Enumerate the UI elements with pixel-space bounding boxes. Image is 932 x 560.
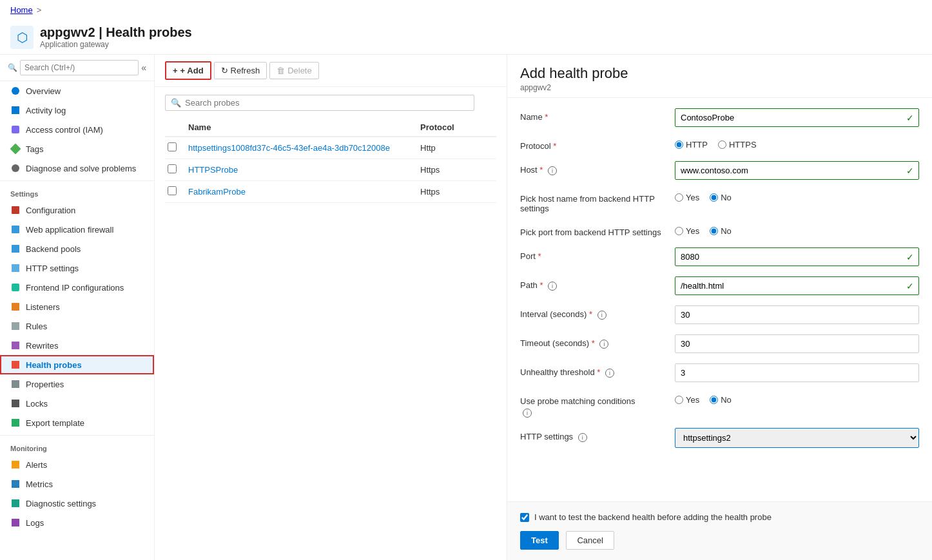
pick-host-no-radio[interactable] [710,193,718,202]
timeout-info-icon: i [599,340,608,349]
sidebar-item-diagnostic-settings[interactable]: Diagnostic settings [0,494,154,513]
sidebar-item-frontend-ip[interactable]: Frontend IP configurations [0,278,154,297]
timeout-input[interactable] [675,334,919,353]
sidebar-item-diagnose[interactable]: Diagnose and solve problems [0,159,154,178]
sidebar-item-rules[interactable]: Rules [0,316,154,336]
protocol-http-radio[interactable] [675,140,683,149]
timeout-field-control [675,334,919,353]
sidebar-item-health-probes[interactable]: Health probes [0,355,154,374]
col-extra [495,122,500,132]
sidebar-item-metrics[interactable]: Metrics [0,474,154,494]
footer-buttons: Test Cancel [520,531,919,550]
sidebar-collapse-button[interactable]: « [141,63,146,73]
probe-matching-yes-radio[interactable] [675,396,683,404]
sidebar-item-label: Properties [26,380,64,389]
probe-name-link[interactable]: httpsettings1008fd37c-46c5-43ef-ae4a-3db… [188,143,390,153]
probe-matching-no-radio[interactable] [710,396,718,404]
protocol-http-label[interactable]: HTTP [675,140,708,150]
locks-icon [10,398,21,409]
interval-info-icon: i [597,311,607,320]
sidebar-item-overview[interactable]: Overview [0,81,154,101]
sidebar-item-access-control[interactable]: Access control (IAM) [0,120,154,139]
delete-icon: 🗑 [277,66,285,75]
unhealthy-field-label: Unhealthy threshold * i [520,363,675,378]
protocol-https-radio[interactable] [718,140,726,149]
sidebar-item-logs[interactable]: Logs [0,513,154,532]
protocol-https-label[interactable]: HTTPS [718,140,757,150]
delete-button[interactable]: 🗑 Delete [269,62,319,79]
probe-matching-yes-label[interactable]: Yes [675,395,699,405]
sidebar-item-properties[interactable]: Properties [0,374,154,394]
sidebar-item-http-settings[interactable]: HTTP settings [0,258,154,278]
sidebar-search-wrap: 🔍 « [0,55,154,81]
protocol-http-text: HTTP [686,140,708,150]
sidebar-item-label: Overview [26,86,61,96]
row-select-checkbox[interactable] [168,164,177,173]
sidebar-item-locks[interactable]: Locks [0,394,154,413]
form-row-unhealthy: Unhealthy threshold * i [520,363,919,382]
interval-field-control [675,305,919,324]
probe-name-link[interactable]: FabrikamProbe [188,187,246,197]
sidebar-item-label: Diagnose and solve problems [26,164,136,173]
pick-port-yes-radio[interactable] [675,227,683,235]
access-control-icon [10,124,21,135]
add-button[interactable]: + + Add [165,61,211,80]
content-area: + + Add ↻ Refresh 🗑 Delete 🔍 Name Pr [155,55,507,560]
test-button[interactable]: Test [520,531,559,550]
pick-host-label: Pick host name from backend HTTP setting… [520,190,675,213]
test-checkbox[interactable] [520,513,529,522]
interval-field-label: Interval (seconds) * i [520,305,675,320]
rules-icon [10,321,21,331]
pick-host-no-label[interactable]: No [710,193,732,202]
health-probes-icon [10,360,21,370]
pick-port-yes-label[interactable]: Yes [675,226,699,236]
cancel-button[interactable]: Cancel [566,531,614,550]
form-row-protocol: Protocol * HTTP HTTPS [520,137,919,151]
row-select-checkbox[interactable] [168,142,177,151]
port-input[interactable] [675,247,919,266]
row-checkbox[interactable] [165,186,186,197]
pick-port-no-radio[interactable] [710,227,718,235]
sidebar-item-configuration[interactable]: Configuration [0,200,154,220]
diagnose-icon [10,163,21,173]
row-checkbox[interactable] [165,164,186,175]
alerts-icon [10,459,21,470]
interval-input[interactable] [675,305,919,324]
table-search-input[interactable] [185,98,469,108]
probe-matching-yes-text: Yes [686,395,699,405]
pick-host-yes-label[interactable]: Yes [675,193,699,202]
pick-host-yes-radio[interactable] [675,193,683,202]
breadcrumb-home[interactable]: Home [10,5,33,15]
sidebar-item-rewrites[interactable]: Rewrites [0,336,154,355]
name-input[interactable] [675,108,919,127]
sidebar-item-listeners[interactable]: Listeners [0,297,154,316]
sidebar-item-export-template[interactable]: Export template [0,413,154,432]
sidebar-item-label: Alerts [26,460,47,470]
row-select-checkbox[interactable] [168,186,177,195]
sidebar-item-backend-pools[interactable]: Backend pools [0,239,154,258]
refresh-button[interactable]: ↻ Refresh [214,62,267,79]
table-search-icon: 🔍 [171,98,181,108]
unhealthy-input[interactable] [675,363,919,382]
probe-matching-no-label[interactable]: No [710,395,732,405]
pick-port-yes-text: Yes [686,226,699,236]
sidebar-item-waf[interactable]: Web application firewall [0,220,154,239]
breadcrumb: Home > [0,0,932,20]
probe-name-link[interactable]: HTTPSProbe [188,165,238,175]
sidebar-item-activity-log[interactable]: Activity log [0,101,154,120]
sidebar: 🔍 « Overview Activity log Access control… [0,55,155,560]
overview-icon [10,86,21,96]
table-row: httpsettings1008fd37c-46c5-43ef-ae4a-3db… [165,137,496,159]
listeners-icon [10,302,21,312]
row-checkbox[interactable] [165,142,186,153]
page-header-text: appgwv2 | Health probes Application gate… [40,25,192,49]
sidebar-search-input[interactable] [20,60,139,75]
sidebar-item-alerts[interactable]: Alerts [0,455,154,474]
path-input[interactable] [675,276,919,295]
http-settings-select[interactable]: httpsettings2 [675,428,919,448]
sidebar-item-tags[interactable]: Tags [0,139,154,159]
host-check-icon: ✓ [906,166,914,176]
host-input[interactable] [675,161,919,180]
path-field-label: Path * i [520,276,675,291]
pick-port-no-label[interactable]: No [710,226,732,236]
